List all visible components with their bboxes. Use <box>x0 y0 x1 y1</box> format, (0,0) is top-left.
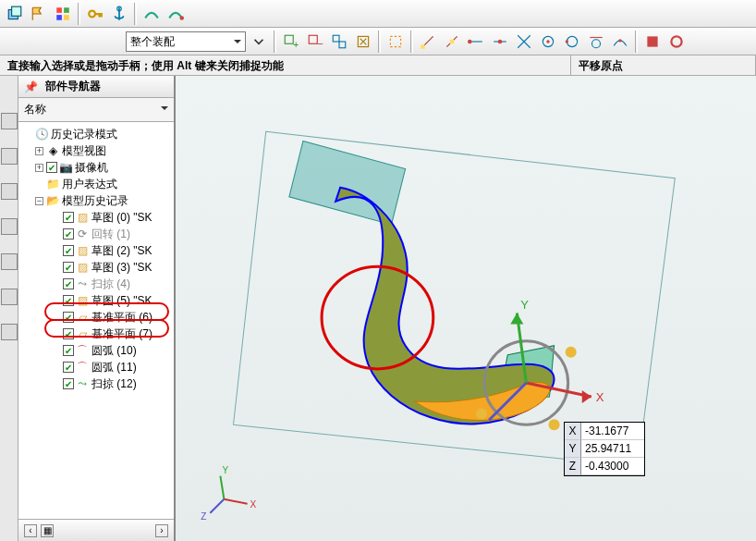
snap-mid-icon[interactable] <box>489 31 511 53</box>
tree-sketch-2[interactable]: ✔▨草图 (2) "SK <box>22 242 174 259</box>
tool-anchor-icon[interactable] <box>108 3 130 25</box>
side-icon-7[interactable] <box>1 324 18 340</box>
tool-color-icon[interactable] <box>52 3 74 25</box>
snap-x-icon[interactable] <box>352 31 374 53</box>
tree-model-history[interactable]: −📂模型历史记录 <box>22 192 174 209</box>
snap-ctr-icon[interactable] <box>537 31 559 53</box>
expand-icon[interactable]: + <box>35 147 43 155</box>
nav-next-icon[interactable]: › <box>155 524 168 537</box>
expand-icon[interactable]: + <box>35 164 43 172</box>
checkbox[interactable]: ✔ <box>63 378 74 389</box>
svg-point-6 <box>89 10 95 17</box>
tool-sweep1-icon[interactable] <box>140 3 163 25</box>
checkbox[interactable]: ✔ <box>63 362 74 373</box>
tool-cube-icon[interactable] <box>4 3 26 25</box>
snap-multi-icon[interactable] <box>328 31 350 53</box>
svg-line-44 <box>224 499 247 504</box>
snap-add-icon[interactable]: + <box>280 31 302 53</box>
svg-text:+: + <box>293 39 299 49</box>
tree-datum-plane-6[interactable]: ✔▱基准平面 (6) <box>22 309 174 326</box>
checkbox[interactable]: ✔ <box>63 278 74 289</box>
tool-key-icon[interactable] <box>84 3 106 25</box>
checkbox[interactable]: ✔ <box>63 345 74 356</box>
part-navigator-panel: 📌 部件导航器 名称 🕓历史记录模式 +◈模型视图 +✔📷摄像机 📁用户表达式 … <box>18 76 176 541</box>
panel-column-header[interactable]: 名称 <box>18 98 174 122</box>
tool-flag-icon[interactable] <box>28 3 50 25</box>
side-icon-6[interactable] <box>1 289 18 305</box>
clock-icon: 🕓 <box>35 128 48 141</box>
snap-quad-icon[interactable] <box>561 31 583 53</box>
checkbox[interactable]: ✔ <box>63 295 74 306</box>
collapse-icon[interactable]: − <box>35 197 43 205</box>
nav-grid-icon[interactable]: ▦ <box>41 524 54 537</box>
snap-curve-icon[interactable] <box>609 31 631 53</box>
svg-text:Y: Y <box>222 465 228 475</box>
tree-user-expr[interactable]: 📁用户表达式 <box>22 176 174 192</box>
sketch-icon: ▨ <box>76 294 89 307</box>
tree-sweep-12[interactable]: ✔⤳扫掠 (12) <box>22 375 174 392</box>
coord-x-value[interactable]: -31.1677 <box>581 423 644 440</box>
snap-pt2-icon[interactable] <box>441 31 463 53</box>
svg-point-25 <box>592 39 601 47</box>
view-red-icon[interactable] <box>641 31 664 53</box>
nav-prev-icon[interactable]: ‹ <box>24 524 37 537</box>
sweep-icon: ⤳ <box>76 377 89 390</box>
side-icon-3[interactable] <box>1 183 18 200</box>
snap-del-icon[interactable]: − <box>304 31 326 53</box>
checkbox[interactable]: ✔ <box>63 312 74 323</box>
tree-datum-plane-7[interactable]: ✔▱基准平面 (7) <box>22 326 174 342</box>
checkbox[interactable]: ✔ <box>63 328 74 339</box>
viewport-3d[interactable]: X Y X Y Z X-31.1677 Y25.94711 Z-0.43000 <box>176 76 756 541</box>
tree-arc-11[interactable]: ✔⌒圆弧 (11) <box>22 359 174 375</box>
tree-arc-10[interactable]: ✔⌒圆弧 (10) <box>22 342 174 359</box>
svg-rect-3 <box>64 7 69 13</box>
checkbox[interactable]: ✔ <box>63 228 74 240</box>
sel-rect-icon[interactable] <box>384 31 407 53</box>
view-circle-icon[interactable] <box>665 31 688 53</box>
snap-int-icon[interactable] <box>513 31 535 53</box>
tree-sketch-0[interactable]: ✔▨草图 (0) "SK <box>22 209 174 226</box>
coord-y-label: Y <box>565 440 581 458</box>
navigator-tree[interactable]: 🕓历史记录模式 +◈模型视图 +✔📷摄像机 📁用户表达式 −📂模型历史记录 ✔▨… <box>18 122 174 519</box>
checkbox[interactable]: ✔ <box>63 212 74 223</box>
side-icon-4[interactable] <box>1 218 18 235</box>
plane-icon: ▱ <box>76 327 89 340</box>
checkbox[interactable]: ✔ <box>63 262 74 273</box>
dd-arrow-icon[interactable] <box>248 31 270 53</box>
coord-z-value[interactable]: -0.43000 <box>581 458 644 475</box>
cube-icon: ◈ <box>46 144 59 157</box>
tree-cameras[interactable]: +✔📷摄像机 <box>22 159 174 176</box>
panel-title: 部件导航器 <box>45 79 101 94</box>
tree-history-mode[interactable]: 🕓历史记录模式 <box>22 126 174 142</box>
svg-rect-9 <box>285 35 293 43</box>
side-icon-5[interactable] <box>1 253 18 270</box>
svg-point-24 <box>566 40 568 43</box>
snap-tan-icon[interactable] <box>585 31 607 53</box>
toolbar-row-1 <box>0 0 756 28</box>
assembly-dropdown[interactable]: 整个装配 <box>126 31 246 52</box>
tree-sketch-5[interactable]: ✔▨草图 (5) "SK <box>22 292 174 309</box>
snap-pt1-icon[interactable] <box>417 31 439 53</box>
side-icon-2[interactable] <box>1 148 18 165</box>
snap-end-icon[interactable] <box>465 31 487 53</box>
status-right-text: 平移原点 <box>571 55 756 75</box>
svg-point-26 <box>618 39 621 42</box>
side-icon-1[interactable] <box>1 113 18 129</box>
tree-sketch-3[interactable]: ✔▨草图 (3) "SK <box>22 259 174 276</box>
svg-line-46 <box>220 476 224 499</box>
svg-point-20 <box>498 39 503 43</box>
svg-rect-14 <box>339 42 346 48</box>
coordinate-readout: X-31.1677 Y25.94711 Z-0.43000 <box>564 422 645 476</box>
checkbox[interactable]: ✔ <box>63 245 74 256</box>
svg-point-8 <box>180 16 185 20</box>
tree-revolve-1[interactable]: ✔⟳回转 (1) <box>22 226 174 242</box>
folder-open-icon: 📂 <box>46 194 59 207</box>
svg-text:Y: Y <box>520 298 529 312</box>
checkbox[interactable]: ✔ <box>46 162 57 173</box>
tree-sweep-4[interactable]: ✔⤳扫掠 (4) <box>22 276 174 292</box>
svg-rect-17 <box>421 44 425 49</box>
tree-model-views[interactable]: +◈模型视图 <box>22 142 174 159</box>
coord-y-value[interactable]: 25.94711 <box>581 440 644 458</box>
tool-sweep2-icon[interactable] <box>165 3 187 25</box>
pin-icon[interactable]: 📌 <box>24 80 37 93</box>
